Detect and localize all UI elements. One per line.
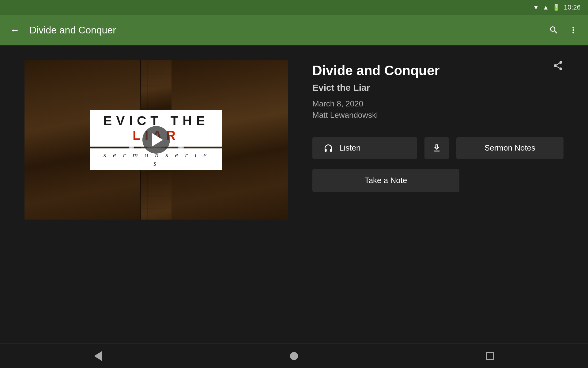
action-row-1: Listen Sermon Notes: [312, 137, 564, 159]
main-content: EVICT THE LIAR s e r m o n s e r i e s D…: [0, 45, 588, 343]
more-vert-icon: [568, 25, 578, 35]
take-note-button[interactable]: Take a Note: [312, 169, 459, 192]
wifi-icon: ▼: [533, 4, 539, 11]
download-button[interactable]: [424, 137, 449, 159]
more-options-button[interactable]: [566, 23, 581, 37]
share-icon: [552, 60, 564, 71]
sermon-notes-button[interactable]: Sermon Notes: [456, 137, 564, 159]
app-bar: ← Divide and Conquer: [0, 15, 588, 45]
headphones-icon: [323, 143, 333, 153]
search-button[interactable]: [546, 23, 561, 37]
back-arrow-icon: ←: [10, 25, 20, 36]
back-button[interactable]: ←: [7, 23, 22, 37]
download-icon: [432, 143, 442, 153]
sermon-series: Evict the Liar: [312, 82, 564, 93]
nav-back-icon: [94, 351, 102, 361]
app-bar-title: Divide and Conquer: [29, 25, 539, 36]
listen-button[interactable]: Listen: [312, 137, 417, 159]
listen-label: Listen: [339, 143, 360, 153]
info-panel: Divide and Conquer Evict the Liar March …: [312, 60, 564, 192]
take-note-label: Take a Note: [365, 176, 407, 185]
sermon-title: Divide and Conquer: [312, 63, 564, 79]
search-icon: [549, 25, 559, 35]
battery-icon: 🔋: [552, 4, 560, 11]
video-thumbnail[interactable]: EVICT THE LIAR s e r m o n s e r i e s: [24, 60, 288, 220]
status-time: 10:26: [564, 3, 581, 11]
status-bar: ▼ ▲ 🔋 10:26: [0, 0, 588, 15]
share-button[interactable]: [552, 60, 564, 74]
sermon-speaker: Matt Lewandowski: [312, 110, 564, 120]
signal-icon: ▲: [543, 4, 549, 11]
sermon-notes-label: Sermon Notes: [484, 143, 535, 152]
play-icon: [152, 133, 163, 147]
nav-recent-icon: [486, 352, 494, 360]
nav-home-button[interactable]: [285, 347, 303, 365]
nav-back-button[interactable]: [89, 347, 107, 365]
play-button[interactable]: [142, 126, 170, 154]
bottom-nav: [0, 343, 588, 368]
nav-home-icon: [290, 352, 298, 360]
nav-recent-button[interactable]: [481, 347, 499, 365]
app-bar-actions: [546, 23, 581, 37]
sermon-date: March 8, 2020: [312, 99, 564, 109]
